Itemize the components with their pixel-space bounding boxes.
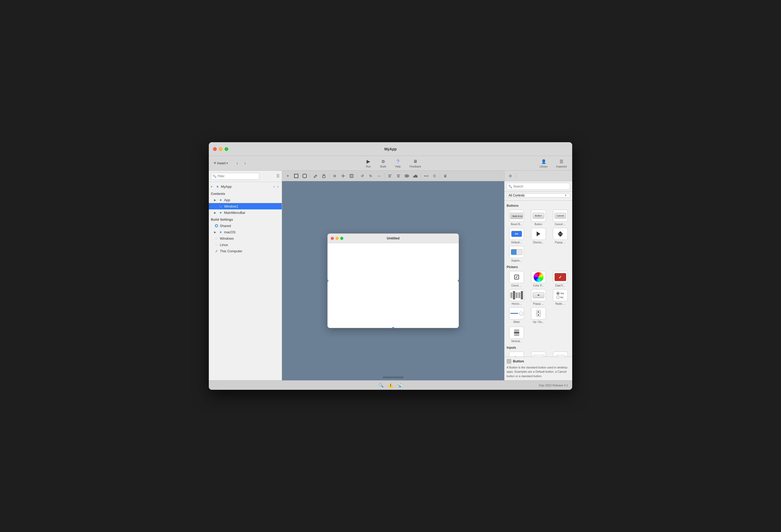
- resize-handle-bottom[interactable]: [392, 327, 394, 328]
- back-button[interactable]: ‹: [234, 160, 241, 167]
- control-bevel-button[interactable]: Save & Label Bevel B...: [507, 210, 526, 226]
- myapp-icon: ■: [215, 184, 220, 189]
- mock-window-body[interactable]: [328, 243, 459, 328]
- library-button[interactable]: 👤 Library: [537, 157, 550, 169]
- run-button[interactable]: ▶ Run: [363, 157, 374, 169]
- control-vertical[interactable]: Vertical...: [507, 327, 526, 343]
- canvas-content[interactable]: Untitled: [282, 181, 504, 380]
- canvas-rounded-button[interactable]: [301, 172, 309, 179]
- canvas-horizontal-scrollbar[interactable]: [382, 377, 404, 378]
- canvas-rect-button[interactable]: [293, 172, 300, 179]
- sidebar-item-myapp[interactable]: ▾ ■ MyApp ‹ ›: [209, 183, 282, 190]
- resize-handle-bl[interactable]: [327, 327, 328, 328]
- sidebar-item-app[interactable]: ▶ ■ App: [209, 197, 282, 203]
- segment-label: Segme...: [511, 259, 522, 262]
- control-textfield[interactable]: A ▾: [507, 352, 526, 357]
- svg-rect-3: [303, 174, 306, 178]
- control-popup-btn[interactable]: Popup ...: [529, 289, 548, 305]
- control-horizontal[interactable]: Horizo...: [507, 289, 526, 305]
- radio-row-2: No: [557, 296, 564, 299]
- control-popup[interactable]: Popup ...: [550, 228, 570, 244]
- canvas-edit-button[interactable]: [312, 172, 319, 179]
- default-visual: OK: [511, 231, 522, 237]
- sidebar-item-window1[interactable]: □ Window1: [209, 203, 282, 209]
- canvas-aspect-button[interactable]: ⊞: [331, 172, 338, 179]
- canvas-align-center-button[interactable]: [395, 172, 402, 179]
- canvas-frame-button[interactable]: [348, 172, 355, 179]
- close-button[interactable]: [213, 147, 217, 151]
- resize-handle-right[interactable]: [458, 280, 459, 282]
- design-canvas-window[interactable]: Untitled: [327, 233, 459, 328]
- popup-icon: [553, 228, 568, 240]
- control-segment[interactable]: Segme...: [507, 246, 526, 262]
- forward-button[interactable]: ›: [242, 160, 249, 167]
- inspector-button[interactable]: ☰ Inspector: [554, 157, 569, 169]
- sidebar-item-app-label: App: [224, 198, 230, 202]
- status-rss-icon[interactable]: 📡: [397, 383, 403, 388]
- sidebar-item-this-computer-label: This Computer: [220, 249, 242, 253]
- sidebar-item-shared[interactable]: Shared: [209, 222, 282, 229]
- build-label: Build: [380, 165, 386, 168]
- sidebar-item-window1-label: Window1: [224, 204, 238, 208]
- sidebar-item-this-computer[interactable]: ✓ This Computer: [209, 248, 282, 254]
- canvas-size-button[interactable]: ⊡: [431, 172, 438, 179]
- canvas-arrow-buttons[interactable]: ⟺: [422, 172, 430, 179]
- control-button[interactable]: Button Button: [529, 210, 548, 226]
- canvas-next-button[interactable]: ↻: [367, 172, 374, 179]
- canvas-separator-2: [329, 173, 329, 178]
- filter-input[interactable]: [211, 173, 259, 179]
- control-default-button[interactable]: OK Default...: [507, 228, 526, 244]
- sidebar-item-macos[interactable]: ▶ ■ macOS: [209, 229, 282, 235]
- maximize-button[interactable]: [224, 147, 228, 151]
- canvas-flip-button[interactable]: ↔: [375, 172, 383, 179]
- status-warning-icon[interactable]: ⚠️: [388, 383, 393, 388]
- build-button[interactable]: ⚙ Build: [378, 157, 388, 169]
- canvas-chart-button[interactable]: [412, 172, 419, 179]
- segment-visual: [511, 249, 523, 255]
- control-colorpicker[interactable]: Color P...: [529, 271, 548, 287]
- control-checkbox[interactable]: ✓ Check ...: [507, 271, 526, 287]
- sidebar-left-arrow[interactable]: ‹: [273, 184, 276, 189]
- status-search-icon[interactable]: 🔍: [378, 383, 384, 388]
- disclosure-visual: [537, 232, 540, 236]
- control-password[interactable]: |: [529, 352, 548, 357]
- feedback-button[interactable]: 🖥 Feedback: [407, 157, 423, 169]
- rp-settings-button[interactable]: ⚙: [507, 172, 514, 179]
- sidebar-item-linux[interactable]: □ Linux: [209, 242, 282, 248]
- rp-search-input[interactable]: [507, 183, 570, 190]
- canvas-add-button[interactable]: +: [284, 172, 291, 179]
- svg-rect-9: [413, 176, 414, 177]
- sidebar-item-windows[interactable]: □ Windows: [209, 235, 282, 242]
- control-searchfield[interactable]: 🔍: [550, 352, 570, 357]
- resize-handle-left[interactable]: [327, 280, 328, 282]
- sidebar-item-linux-label: Linux: [220, 243, 228, 247]
- control-datetime[interactable]: DateTi...: [550, 271, 570, 287]
- control-radio[interactable]: Yes No Radio ...: [550, 289, 570, 305]
- canvas-prev-button[interactable]: ↺: [359, 172, 366, 179]
- resize-handle-br[interactable]: [458, 327, 459, 328]
- control-updown[interactable]: ▲ ▼ Up / Do...: [529, 308, 548, 323]
- resize-icon: [341, 174, 345, 178]
- datetime-label: DateTi...: [556, 284, 565, 287]
- sidebar-right-arrow[interactable]: ›: [276, 184, 280, 189]
- control-disclosure[interactable]: Disclos...: [529, 228, 548, 244]
- minimize-button[interactable]: [219, 147, 222, 151]
- buttons-grid: Save & Label Bevel B... Button Button: [507, 210, 570, 262]
- desc-title: Button: [513, 359, 524, 363]
- cancel-button-label: Cancel ...: [554, 223, 566, 226]
- right-panel-toolbar: ⚙: [504, 171, 572, 181]
- canvas-distribute-button[interactable]: [403, 172, 411, 179]
- sidebar-item-mainmenubar[interactable]: ▶ ■ MainMenuBar: [209, 209, 282, 216]
- control-slider[interactable]: Slider: [507, 308, 526, 323]
- canvas-align-left-button[interactable]: [386, 172, 394, 179]
- help-button[interactable]: ? Help: [393, 157, 403, 169]
- insert-button[interactable]: + Insert ▾: [212, 159, 229, 167]
- rp-controls-dropdown[interactable]: All Controls Buttons Pickers Inputs Cont…: [507, 193, 570, 198]
- canvas-lock-button[interactable]: [320, 172, 328, 179]
- colorpicker-visual: [533, 272, 543, 282]
- radio-2: [557, 296, 560, 299]
- control-cancel-button[interactable]: Cancel Cancel ...: [550, 210, 570, 226]
- filter-dots-button[interactable]: ⠿: [276, 173, 280, 179]
- canvas-monitor-button[interactable]: 🖥: [442, 172, 449, 179]
- canvas-resize-button[interactable]: [339, 172, 347, 179]
